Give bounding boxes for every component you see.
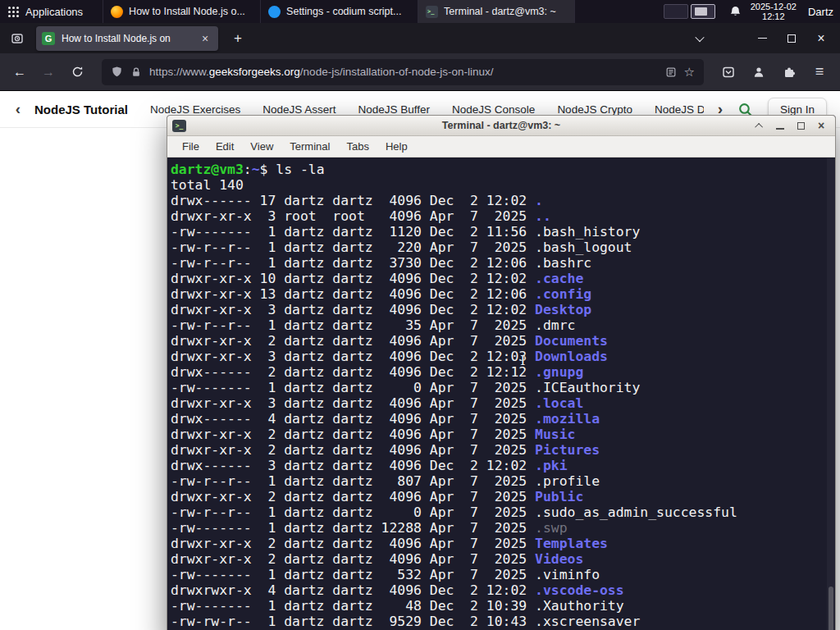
terminal-menu-tabs[interactable]: Tabs <box>338 140 377 153</box>
terminal-screen[interactable]: dartz@vm3:~$ ls -latotal 140drwx------ 1… <box>167 158 835 630</box>
notification-bell-icon[interactable] <box>729 6 742 18</box>
tab-close-icon[interactable]: × <box>198 31 212 46</box>
ls-entry: -rw-r--r-- 1 dartz dartz 3730 Dec 2 12:0… <box>171 255 835 271</box>
ls-entry: drwx------ 4 dartz dartz 4096 Apr 7 2025… <box>171 411 835 427</box>
ls-entry: -rw------- 1 dartz dartz 1120 Dec 2 11:5… <box>171 224 835 240</box>
gfg-favicon: G <box>42 32 55 45</box>
workspace-window-thumb <box>695 7 707 16</box>
forward-button[interactable]: → <box>36 60 61 84</box>
new-tab-button[interactable]: + <box>227 28 249 49</box>
extensions-icon[interactable] <box>777 60 801 84</box>
ls-entry: drwxr-xr-x 2 dartz dartz 4096 Apr 7 2025… <box>171 536 835 551</box>
taskbar-button[interactable]: Terminal - dartz@vm3: ~ <box>418 0 575 23</box>
pocket-icon[interactable] <box>716 60 741 84</box>
gfg-nav-item[interactable]: NodeJS Console <box>452 103 535 116</box>
tab-title: How to Install Node.js on <box>62 33 191 44</box>
tab-bar: G How to Install Node.js on × + × <box>0 23 840 53</box>
url-path: /node-js/installation-of-node-js-on-linu… <box>300 66 494 78</box>
toolbar-right-icons: ≡ <box>716 60 840 84</box>
terminal-menu-terminal[interactable]: Terminal <box>281 140 338 153</box>
gfg-nav-item[interactable]: NodeJS DNS <box>655 103 704 116</box>
terminal-icon: >_ <box>172 120 186 132</box>
terminal-menubar: FileEditViewTerminalTabsHelp <box>167 136 835 158</box>
ls-entry: drwxr-xr-x 3 dartz dartz 4096 Dec 2 12:0… <box>171 349 835 364</box>
terminal-scrollbar[interactable] <box>827 158 835 630</box>
terminal-scrollbar-thumb[interactable] <box>829 587 833 630</box>
ls-entry: -rw------- 1 dartz dartz 48 Dec 2 10:39 … <box>171 598 835 614</box>
ls-entry: drwxr-xr-x 3 dartz dartz 4096 Dec 2 12:0… <box>171 302 835 317</box>
total-line: total 140 <box>171 177 835 193</box>
gfg-nav-item[interactable]: NodeJS Buffer <box>358 103 431 116</box>
gfg-nav-item[interactable]: NodeJS Crypto <box>557 103 632 116</box>
clock[interactable]: 2025-12-02 12:12 <box>751 2 797 22</box>
url-protocol: https://www. <box>149 66 209 78</box>
panel-right: 2025-12-02 12:12 Dartz <box>664 0 840 23</box>
ls-entry: drwxr-xr-x 2 dartz dartz 4096 Apr 7 2025… <box>171 427 835 442</box>
ls-entry: drwxr-xr-x 2 dartz dartz 4096 Apr 7 2025… <box>171 333 835 349</box>
gfg-nav-item[interactable]: NodeJS Exercises <box>150 103 240 116</box>
terminal-close-button[interactable]: × <box>814 118 829 133</box>
back-button[interactable]: ← <box>7 60 32 84</box>
bookmark-star-icon[interactable]: ☆ <box>684 65 695 80</box>
url-text: https://www.geeksforgeeks.org/node-js/in… <box>149 66 658 78</box>
taskbar-button[interactable]: How to Install Node.js o... <box>103 0 260 23</box>
terminal-menu-help[interactable]: Help <box>377 140 416 153</box>
ls-entry: -rw-r--r-- 1 dartz dartz 220 Apr 7 2025 … <box>171 240 835 255</box>
window-maximize-button[interactable] <box>781 28 802 49</box>
terminal-window: >_ Terminal - dartz@vm3: ~ × FileEditVie… <box>167 115 836 630</box>
nav-scroll-left-icon[interactable]: ‹ <box>10 100 26 118</box>
ls-entry: -rw------- 1 dartz dartz 0 Apr 7 2025 .I… <box>171 380 835 395</box>
terminal-menu-file[interactable]: File <box>174 140 208 153</box>
taskbar-button[interactable]: Settings - codium script... <box>260 0 418 23</box>
reload-button[interactable] <box>65 60 89 84</box>
reader-mode-icon[interactable] <box>665 66 677 78</box>
terminal-window-controls: × <box>752 118 835 133</box>
firefox-view-icon[interactable] <box>7 28 28 49</box>
ls-entry: drwxr-xr-x 13 dartz dartz 4096 Dec 2 12:… <box>171 286 835 302</box>
clock-time: 12:12 <box>762 11 785 22</box>
ls-entry: -rw------- 1 dartz dartz 12288 Apr 7 202… <box>171 520 835 536</box>
ls-entry: drwx------ 2 dartz dartz 4096 Dec 2 12:1… <box>171 364 835 380</box>
workspace-2[interactable] <box>691 4 715 19</box>
window-close-button[interactable]: × <box>810 28 832 49</box>
account-icon[interactable] <box>746 60 771 84</box>
ls-entry: drwx------ 17 dartz dartz 4096 Dec 2 12:… <box>171 193 835 208</box>
terminal-menu-view[interactable]: View <box>242 140 281 153</box>
ls-entry: drwxr-xr-x 2 dartz dartz 4096 Apr 7 2025… <box>171 489 835 504</box>
browser-tab[interactable]: G How to Install Node.js on × <box>36 26 218 51</box>
applications-menu-button[interactable]: Applications <box>0 0 91 23</box>
list-tabs-icon[interactable] <box>689 28 710 49</box>
ls-entry: -rw-r--r-- 1 dartz dartz 35 Apr 7 2025 .… <box>171 317 835 333</box>
applications-menu-icon <box>8 7 19 17</box>
terminal-icon <box>426 6 438 18</box>
ls-entry: drwxr-xr-x 2 dartz dartz 4096 Apr 7 2025… <box>171 442 835 458</box>
terminal-menu-edit[interactable]: Edit <box>208 140 242 153</box>
gfg-nav-item[interactable]: NodeJS Assert <box>262 103 336 116</box>
browser-toolbar: ← → https://www.geeksforgeeks.org/node-j… <box>0 53 840 91</box>
desktop: Applications How to Install Node.js o...… <box>0 0 840 630</box>
user-menu[interactable]: Dartz <box>806 6 836 18</box>
terminal-shade-button[interactable] <box>752 118 767 133</box>
lock-icon[interactable] <box>130 66 142 78</box>
ls-entry: -rw------- 1 dartz dartz 532 Apr 7 2025 … <box>171 567 835 582</box>
menu-icon[interactable]: ≡ <box>807 60 832 84</box>
url-bar[interactable]: https://www.geeksforgeeks.org/node-js/in… <box>102 59 704 85</box>
ls-entry: drwxrwxr-x 4 dartz dartz 4096 Dec 2 12:0… <box>171 582 835 598</box>
ls-entry: drwxr-xr-x 2 dartz dartz 4096 Apr 7 2025… <box>171 551 835 567</box>
ls-entry: drwx------ 3 dartz dartz 4096 Dec 2 12:0… <box>171 458 835 473</box>
terminal-maximize-button[interactable] <box>793 118 808 133</box>
terminal-title: Terminal - dartz@vm3: ~ <box>167 120 835 131</box>
firefox-icon <box>111 6 123 18</box>
taskbar-button-label: Terminal - dartz@vm3: ~ <box>444 6 567 17</box>
panel-left: Applications How to Install Node.js o...… <box>0 0 575 23</box>
terminal-minimize-button[interactable] <box>773 118 788 133</box>
workspace-1[interactable] <box>664 4 688 19</box>
gfg-nav-item[interactable]: NodeJS Tutorial <box>34 103 128 116</box>
terminal-titlebar[interactable]: >_ Terminal - dartz@vm3: ~ × <box>167 116 835 136</box>
taskbar-button-label: Settings - codium script... <box>286 6 410 17</box>
tracking-shield-icon[interactable] <box>111 66 123 78</box>
window-minimize-button[interactable] <box>751 28 773 49</box>
clock-date: 2025-12-02 <box>751 2 797 12</box>
gfg-nav-items: NodeJS TutorialNodeJS ExercisesNodeJS As… <box>34 103 704 116</box>
window-button-list: How to Install Node.js o...Settings - co… <box>103 0 575 23</box>
